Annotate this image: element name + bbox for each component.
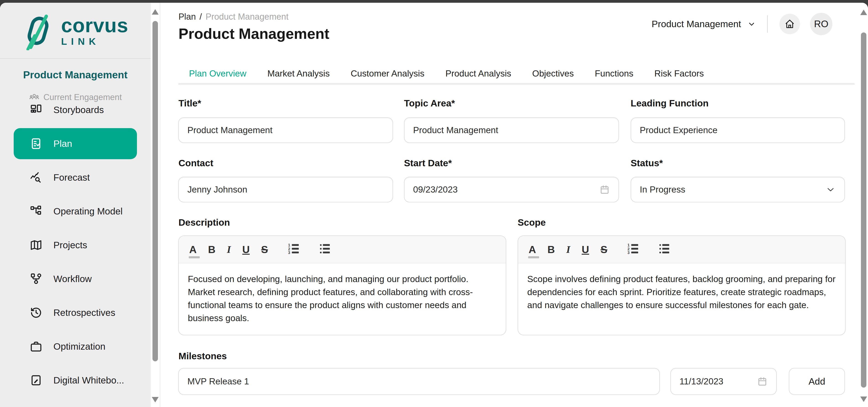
main-scrollbar[interactable] xyxy=(859,3,868,407)
text-color-button[interactable]: A xyxy=(189,244,197,255)
breadcrumb-parent[interactable]: Plan xyxy=(179,12,196,22)
header-right: Product Management RO xyxy=(652,13,832,35)
sidebar-divider xyxy=(0,58,151,59)
milestone-date-input[interactable]: 11/13/2023 xyxy=(670,368,777,395)
main-scrollbar-thumb[interactable] xyxy=(861,32,866,387)
tab-track xyxy=(179,83,855,85)
optimization-icon xyxy=(30,340,42,353)
home-button[interactable] xyxy=(779,14,800,34)
sidebar-item-optimization[interactable]: Optimization xyxy=(0,331,151,362)
scroll-down-arrow[interactable] xyxy=(860,397,867,402)
sidebar-item-storyboards[interactable]: Storyboards xyxy=(0,94,151,125)
sidebar-item-label: Projects xyxy=(54,240,87,251)
brand-logo[interactable]: corvus LINK xyxy=(0,11,151,50)
add-milestone-button[interactable]: Add xyxy=(789,368,845,395)
app-window: corvus LINK Product Management Current E… xyxy=(0,3,868,407)
italic-button[interactable]: I xyxy=(227,244,231,255)
workspace-selector-label: Product Management xyxy=(652,19,741,29)
bold-button[interactable]: B xyxy=(208,244,216,255)
sidebar-item-label: Retrospectives xyxy=(54,308,115,318)
scroll-down-arrow[interactable] xyxy=(152,397,159,402)
ordered-list-button[interactable]: 123 xyxy=(627,242,640,256)
breadcrumb: Plan / Product Management xyxy=(179,12,288,22)
calendar-icon[interactable] xyxy=(599,184,610,195)
title-input[interactable] xyxy=(178,117,393,143)
storyboards-icon xyxy=(30,104,42,116)
sidebar-item-forecast[interactable]: Forecast xyxy=(0,162,151,193)
unordered-list-button[interactable] xyxy=(658,242,671,256)
bold-button[interactable]: B xyxy=(548,244,555,255)
sidebar-item-label: Storyboards xyxy=(54,105,104,115)
sidebar-item-label: Operating Model xyxy=(54,206,123,217)
italic-button[interactable]: I xyxy=(566,244,570,255)
sidebar-item-operating-model[interactable]: Operating Model xyxy=(0,196,151,227)
description-toolbar: A B I U S 123 xyxy=(179,236,506,263)
retrospectives-icon xyxy=(30,306,42,319)
scope-editor[interactable]: A B I U S 123 Scope involves defining pr… xyxy=(518,235,846,335)
forecast-icon xyxy=(30,171,42,184)
scroll-up-arrow[interactable] xyxy=(860,9,867,15)
tab-product-analysis[interactable]: Product Analysis xyxy=(435,66,522,85)
sidebar-item-projects[interactable]: Projects xyxy=(0,230,151,261)
description-text[interactable]: Focused on developing, launching, and ma… xyxy=(179,263,506,324)
strikethrough-button[interactable]: S xyxy=(600,244,607,255)
corvus-link-logo-icon xyxy=(22,11,57,50)
tab-risk-factors[interactable]: Risk Factors xyxy=(644,66,714,85)
brand-name: corvus xyxy=(61,15,128,35)
operating-model-icon xyxy=(30,205,42,217)
svg-text:3: 3 xyxy=(627,251,629,255)
sidebar-scrollbar[interactable] xyxy=(151,3,160,407)
sidebar-item-configure[interactable]: Configure xyxy=(0,399,151,407)
status-select[interactable]: In Progress xyxy=(631,177,845,202)
svg-text:2: 2 xyxy=(288,247,290,251)
tab-customer-analysis[interactable]: Customer Analysis xyxy=(340,66,435,85)
scroll-up-arrow[interactable] xyxy=(152,9,159,14)
unordered-list-button[interactable] xyxy=(319,242,332,256)
sidebar-item-label: Digital Whitebo... xyxy=(54,375,124,386)
avatar[interactable]: RO xyxy=(810,13,832,35)
contact-input[interactable] xyxy=(178,177,393,202)
sidebar-scrollbar-thumb[interactable] xyxy=(152,21,158,361)
leading-function-label: Leading Function xyxy=(631,98,709,109)
svg-text:3: 3 xyxy=(288,251,290,255)
sidebar-item-digital-whiteboard[interactable]: Digital Whitebo... xyxy=(0,365,151,396)
chevron-down-icon xyxy=(825,184,836,195)
header-divider xyxy=(767,15,768,33)
workspace-selector[interactable]: Product Management xyxy=(652,19,756,29)
breadcrumb-separator: / xyxy=(199,12,202,22)
topic-area-input[interactable] xyxy=(404,117,619,143)
description-editor[interactable]: A B I U S 123 Focused on developing, lau… xyxy=(178,235,506,335)
calendar-icon[interactable] xyxy=(757,376,768,387)
page-title: Product Management xyxy=(179,25,329,42)
tab-plan-overview[interactable]: Plan Overview xyxy=(179,66,257,85)
tab-functions[interactable]: Functions xyxy=(584,66,644,85)
sidebar-item-plan[interactable]: Plan xyxy=(14,128,137,159)
main-content: Plan / Product Management Product Manage… xyxy=(160,3,859,407)
sidebar-item-label: Forecast xyxy=(54,172,90,183)
scope-text[interactable]: Scope involves defining product features… xyxy=(518,263,845,312)
sidebar: corvus LINK Product Management Current E… xyxy=(0,3,160,407)
workflow-icon xyxy=(30,272,42,285)
underline-button[interactable]: U xyxy=(582,244,589,255)
start-date-input[interactable]: 09/23/2023 xyxy=(404,177,619,202)
tab-bar: Plan Overview Market Analysis Customer A… xyxy=(179,66,714,85)
brand-subname: LINK xyxy=(61,37,128,46)
sidebar-item-label: Optimization xyxy=(54,341,105,352)
tab-objectives[interactable]: Objectives xyxy=(522,66,584,85)
ordered-list-button[interactable]: 123 xyxy=(287,242,300,256)
start-date-value: 09/23/2023 xyxy=(413,184,458,195)
chevron-down-icon xyxy=(747,19,756,29)
sidebar-item-label: Plan xyxy=(54,138,72,149)
description-label: Description xyxy=(179,217,230,228)
sidebar-item-workflow[interactable]: Workflow xyxy=(0,263,151,294)
engagement-title: Product Management xyxy=(0,69,151,81)
strikethrough-button[interactable]: S xyxy=(261,244,268,255)
plan-icon xyxy=(30,137,42,150)
milestone-name-input[interactable] xyxy=(178,368,660,395)
text-color-button[interactable]: A xyxy=(529,244,536,255)
avatar-initials: RO xyxy=(814,19,829,29)
leading-function-input[interactable] xyxy=(631,117,845,143)
underline-button[interactable]: U xyxy=(242,244,250,255)
tab-market-analysis[interactable]: Market Analysis xyxy=(257,66,340,85)
sidebar-item-retrospectives[interactable]: Retrospectives xyxy=(0,297,151,328)
